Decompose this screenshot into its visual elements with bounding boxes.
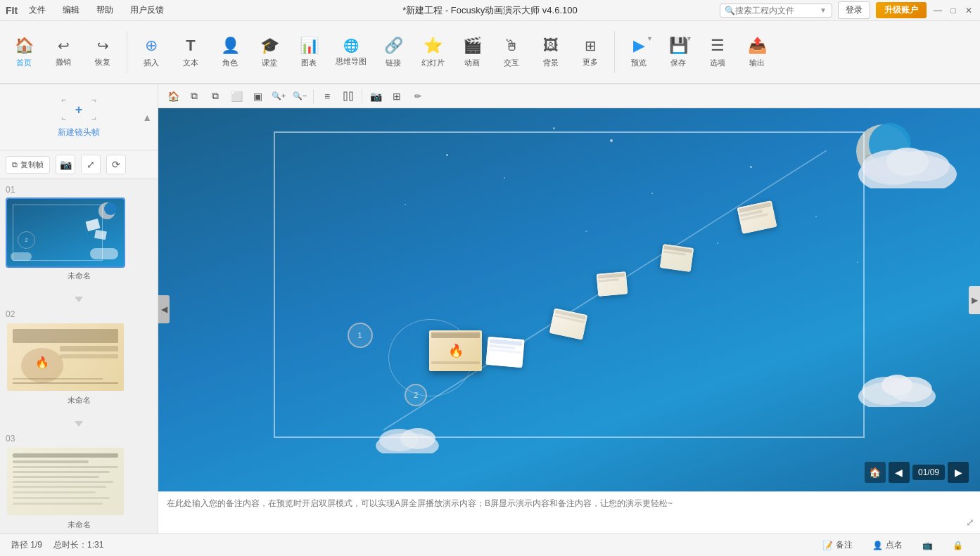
ctb-frame[interactable]: ⬜ [227,87,246,105]
ctb-frame2[interactable]: ▣ [248,87,267,105]
role-label: 角色 [222,58,238,68]
redo-icon: ↪ [97,37,109,54]
upgrade-button[interactable]: 升级账户 [876,2,927,18]
toolbar-undo[interactable]: ↩ 撤销 [45,34,82,70]
menu-help[interactable]: 帮助 [94,3,116,18]
ctb-zoomin[interactable]: 🔍+ [269,87,288,105]
toolbar-animate[interactable]: 🎬 动画 [454,34,490,71]
slide-thumbnail-1[interactable]: 2 [6,198,125,268]
menu-feedback[interactable]: 用户反馈 [127,3,167,18]
ctb-screenshot[interactable]: 📷 [367,87,385,105]
fit-icon: ⤢ [87,159,95,170]
interact-icon: 🖱 [504,37,519,55]
right-panel-collapse-button[interactable]: ▶ [969,286,980,314]
status-path: 路径 1/9 [11,539,42,551]
nav-circle-1-label: 1 [358,331,362,340]
rollcall-label: 点名 [886,539,903,551]
maximize-button[interactable]: □ [948,5,959,16]
left-collapse-button[interactable]: ◀ [158,295,170,323]
slide-tools: ⧉ 复制帧 📷 ⤢ ⟳ [0,150,158,179]
logo: FIt [6,5,18,16]
ppt-icon: ⭐ [424,37,443,55]
interact-label: 交互 [504,58,519,68]
svg-marker-0 [75,297,83,302]
search-box[interactable]: 🔍 ▼ [720,4,832,18]
ctb-grid[interactable]: ⊞ [388,87,406,105]
screen-button[interactable]: 📺 [917,539,938,552]
morph-button[interactable]: ⟳ [106,155,126,174]
ctb-copy2[interactable]: ⧉ [206,87,224,105]
ctb-align[interactable]: ≡ [318,87,336,105]
background-label: 背景 [543,58,559,68]
notes-input[interactable] [167,498,972,528]
ctb-edit[interactable]: ✏ [409,87,427,105]
notes-expand-button[interactable]: ⤢ [966,517,974,528]
close-button[interactable]: ✕ [963,5,974,16]
slide-name-2: 未命名 [6,395,152,406]
toolbar-insert[interactable]: ⊕ 插入 [133,34,170,71]
toolbar-ppt[interactable]: ⭐ 幻灯片 [414,34,451,71]
slide-thumbnail-3[interactable] [6,446,125,517]
toolbar-link[interactable]: 🔗 链接 [375,34,412,71]
toolbar-redo[interactable]: ↪ 恢复 [84,34,121,70]
login-button[interactable]: 登录 [838,1,870,19]
toolbar-more[interactable]: ⊞ 更多 [572,34,609,70]
copy-frame-icon: ⧉ [12,160,18,169]
nav-next-button[interactable]: ▶ [948,462,969,483]
toolbar-save[interactable]: 💾 保存 ▼ [660,34,696,71]
toolbar-divider-2 [614,31,615,73]
ppt-label: 幻灯片 [421,58,445,68]
more-label: 更多 [583,57,598,67]
ctb-distribute[interactable] [339,87,357,105]
nav-home-button[interactable]: 🏠 [865,462,886,483]
toolbar-preview[interactable]: ▶ 预览 ▼ [621,34,657,71]
rollcall-button[interactable]: 👤 点名 [867,538,908,552]
search-input[interactable] [735,6,820,15]
slide-item-2: 02 🔥 [6,309,152,406]
search-dropdown-icon[interactable]: ▼ [820,6,827,14]
canvas-card-near-1[interactable] [486,337,525,368]
home-icon: 🏠 [15,37,34,55]
screenshot-button[interactable]: 📷 [56,155,75,174]
role-icon: 👤 [221,37,240,55]
window-title: *新建工程 - Focusky动画演示大师 v4.6.100 [402,4,578,17]
menu-file[interactable]: 文件 [26,3,49,18]
canvas-card-2[interactable] [660,244,694,272]
toolbar-mindmap[interactable]: 🌐 思维导图 [330,35,372,70]
mindmap-icon: 🌐 [343,38,359,53]
toolbar-chart[interactable]: 📊 图表 [291,34,327,71]
menu-edit[interactable]: 编辑 [60,3,82,18]
toolbar-interact[interactable]: 🖱 交互 [493,34,530,71]
toolbar-home[interactable]: 🏠 首页 [6,34,42,71]
ctb-zoomout[interactable]: 🔍− [291,87,309,105]
notes-status-icon: 📝 [822,541,833,550]
minimize-button[interactable]: — [932,5,943,16]
canvas-card-main[interactable]: 🔥 [429,330,482,371]
toolbar-background[interactable]: 🖼 背景 [533,34,569,71]
slide-thumbnail-2[interactable]: 🔥 [6,322,125,392]
animate-icon: 🎬 [463,37,482,55]
copy-frame-button[interactable]: ⧉ 复制帧 [6,156,50,174]
search-icon: 🔍 [725,6,735,15]
toolbar-options[interactable]: ☰ 选项 [699,34,736,71]
fit-button[interactable]: ⤢ [81,155,101,174]
canvas-card-3[interactable] [596,272,628,297]
toolbar-export[interactable]: 📤 输出 [739,34,775,71]
main-canvas[interactable]: 1 2 [158,108,980,491]
ctb-copy1[interactable]: ⧉ [185,87,203,105]
canvas-toolbar: 🏠 ⧉ ⧉ ⬜ ▣ 🔍+ 🔍− ≡ 📷 ⊞ ✏ [158,84,980,108]
toolbar-classroom[interactable]: 🎓 课堂 [251,34,288,71]
nav-prev-button[interactable]: ◀ [889,462,910,483]
canvas-area: 🏠 ⧉ ⧉ ⬜ ▣ 🔍+ 🔍− ≡ 📷 ⊞ ✏ [158,84,980,534]
notes-status-button[interactable]: 📝 备注 [817,538,858,552]
toolbar-role[interactable]: 👤 角色 [212,34,248,71]
lock-button[interactable]: 🔒 [947,539,969,552]
options-icon: ☰ [711,37,725,55]
left-collapse-icon: ◀ [161,304,167,314]
nav-circle-1[interactable]: 1 [348,323,373,348]
animate-label: 动画 [464,58,480,68]
new-frame-button[interactable]: ⌐ ⌐ + ⌐ ⌐ 新建镜头帧 ▲ [0,84,158,150]
toolbar-text[interactable]: T 文本 [172,34,209,71]
ctb-home[interactable]: 🏠 [164,87,182,105]
undo-icon: ↩ [58,37,70,54]
